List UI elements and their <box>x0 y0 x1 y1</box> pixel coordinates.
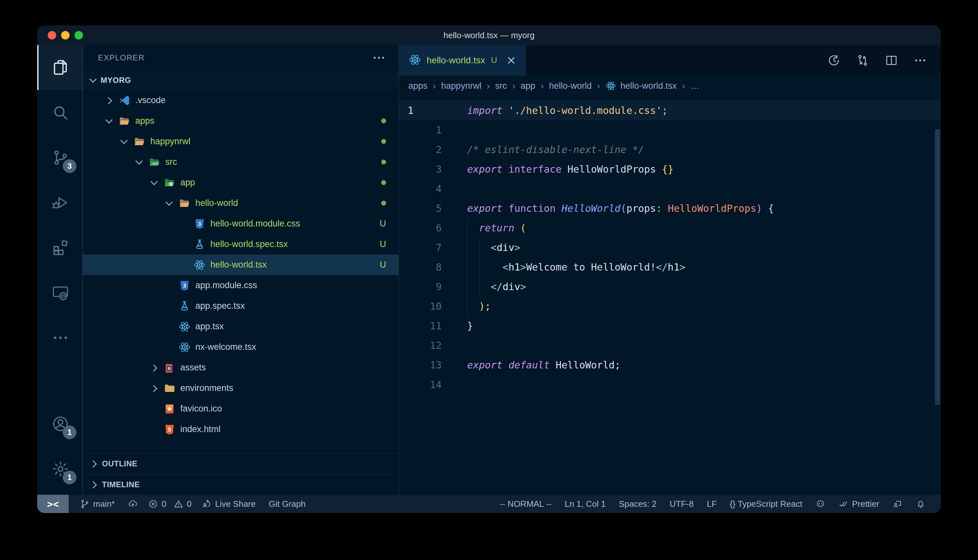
tree-item-app-spec-tsx[interactable]: app.spec.tsx <box>83 296 398 316</box>
close-window-button[interactable] <box>48 31 56 40</box>
code-line[interactable]: 6 return ( <box>399 218 941 238</box>
status-language-mode[interactable]: {} TypeScript React <box>723 495 809 513</box>
activity-explorer[interactable] <box>37 45 82 90</box>
activity-accounts[interactable]: 1 <box>37 402 82 447</box>
tree-item-hello-world-tsx[interactable]: hello-world.tsxU <box>83 255 398 275</box>
line-number[interactable]: 1 <box>399 124 441 136</box>
chevron-right-icon[interactable] <box>150 385 157 392</box>
minimize-window-button[interactable] <box>61 31 70 40</box>
tree-item-happynrwl[interactable]: happynrwl <box>83 131 398 152</box>
workspace-section-myorg[interactable]: MYORG <box>83 70 398 90</box>
tree-item-app[interactable]: app <box>83 172 398 193</box>
tree-item-app-module-css[interactable]: 3app.module.css <box>83 275 398 296</box>
status-copilot[interactable] <box>809 495 832 513</box>
editor-scrollbar[interactable] <box>935 129 940 405</box>
code-line[interactable]: 5export function HelloWorld(props: Hello… <box>399 198 941 218</box>
status-git-branch[interactable]: main* <box>73 495 121 513</box>
code-line[interactable]: 4 <box>399 179 941 198</box>
breadcrumb-item-happynrwl[interactable]: happynrwl <box>441 81 481 91</box>
line-number[interactable]: 3 <box>399 163 441 175</box>
line-number[interactable]: 9 <box>399 281 441 292</box>
tree-item-hello-world-module-css[interactable]: 3hello-world.module.cssU <box>83 213 398 234</box>
status-warnings[interactable]: 0 <box>170 495 195 513</box>
breadcrumb-item-hello-world[interactable]: hello-world <box>549 81 592 91</box>
activity-source-control[interactable]: 3 <box>37 135 82 180</box>
chevron-down-icon[interactable] <box>120 137 128 144</box>
code-line[interactable]: 1import './hello-world.module.css'; <box>399 100 941 120</box>
breadcrumb-item-hello-world-tsx[interactable]: hello-world.tsx <box>605 80 677 92</box>
code-line[interactable]: 14 <box>399 375 941 394</box>
line-number[interactable]: 7 <box>399 242 441 253</box>
status-notifications[interactable] <box>909 495 932 513</box>
line-number[interactable]: 4 <box>399 183 441 195</box>
code-line[interactable]: 13export default HelloWorld; <box>399 355 941 375</box>
chevron-down-icon[interactable] <box>150 178 158 185</box>
chevron-right-icon[interactable] <box>105 97 112 105</box>
tree-item-assets[interactable]: assets <box>83 357 398 378</box>
sidebar-more-actions-icon[interactable] <box>372 51 386 65</box>
tree-item-apps[interactable]: apps <box>83 111 398 131</box>
line-number[interactable]: 10 <box>399 300 441 312</box>
activity-extensions[interactable] <box>37 225 82 270</box>
code-line[interactable]: 9 </div> <box>399 277 941 296</box>
open-timeline-icon[interactable] <box>827 53 841 67</box>
close-tab-icon[interactable] <box>506 55 517 66</box>
status-git-graph[interactable]: Git Graph <box>262 495 312 513</box>
code-line[interactable]: 1 <box>399 120 941 140</box>
tree-item-app-tsx[interactable]: app.tsx <box>83 316 398 337</box>
line-number[interactable]: 2 <box>399 144 441 155</box>
code-line[interactable]: 8 <h1>Welcome to HelloWorld!</h1> <box>399 257 941 277</box>
panel-outline[interactable]: OUTLINE <box>83 453 398 474</box>
tree-item-hello-world[interactable]: hello-world <box>83 193 398 213</box>
line-number[interactable]: 1 <box>399 105 441 116</box>
breadcrumb-item-app[interactable]: app <box>521 81 535 91</box>
line-number[interactable]: 13 <box>399 359 441 371</box>
tree-item--vscode[interactable]: .vscode <box>83 90 398 111</box>
status-feedback[interactable] <box>886 495 909 513</box>
tree-item-index-html[interactable]: 5index.html <box>83 419 398 440</box>
split-editor-icon[interactable] <box>884 53 898 67</box>
tree-item-src[interactable]: </>src <box>83 152 398 172</box>
code-line[interactable]: 2/* eslint-disable-next-line */ <box>399 140 941 159</box>
code-line[interactable]: 7 <div> <box>399 238 941 257</box>
status-sync[interactable] <box>121 495 144 513</box>
tree-item-favicon-ico[interactable]: favicon.ico <box>83 398 398 419</box>
tab-hello-world-tsx[interactable]: hello-world.tsx U <box>399 45 526 75</box>
code-line[interactable]: 12 <box>399 335 941 355</box>
status-errors[interactable]: 0 <box>144 495 169 513</box>
activity-remote-explorer[interactable] <box>37 270 82 315</box>
panel-timeline[interactable]: TIMELINE <box>83 474 398 495</box>
status-live-share[interactable]: Live Share <box>195 495 262 513</box>
line-number[interactable]: 11 <box>399 320 441 332</box>
status-prettier[interactable]: Prettier <box>832 495 886 513</box>
tree-item-environments[interactable]: environments <box>83 378 398 398</box>
chevron-right-icon[interactable] <box>150 364 157 372</box>
status-cursor-position[interactable]: Ln 1, Col 1 <box>558 495 612 513</box>
activity-more-views[interactable] <box>37 315 82 360</box>
status-eol[interactable]: LF <box>700 495 723 513</box>
activity-run-debug[interactable] <box>37 180 82 225</box>
breadcrumb-item-src[interactable]: src <box>495 81 507 91</box>
breadcrumb-item--[interactable]: … <box>690 81 699 91</box>
activity-settings[interactable]: 1 <box>37 447 82 492</box>
status-indentation[interactable]: Spaces: 2 <box>612 495 663 513</box>
line-number[interactable]: 5 <box>399 203 441 214</box>
code-line[interactable]: 3export interface HelloWorldProps {} <box>399 159 941 179</box>
code-editor[interactable]: 1import './hello-world.module.css';12/* … <box>399 96 941 495</box>
open-changes-icon[interactable] <box>856 53 869 67</box>
remote-indicator[interactable]: >< <box>37 495 69 513</box>
chevron-down-icon[interactable] <box>105 116 113 124</box>
code-line[interactable]: 10 ); <box>399 296 941 316</box>
tree-item-hello-world-spec-tsx[interactable]: hello-world.spec.tsxU <box>83 234 398 255</box>
tree-item-nx-welcome-tsx[interactable]: nx-welcome.tsx <box>83 337 398 357</box>
line-number[interactable]: 14 <box>399 379 441 390</box>
line-number[interactable]: 12 <box>399 340 441 351</box>
zoom-window-button[interactable] <box>75 31 83 40</box>
chevron-down-icon[interactable] <box>165 198 173 206</box>
status-encoding[interactable]: UTF-8 <box>663 495 700 513</box>
line-number[interactable]: 6 <box>399 222 441 234</box>
breadcrumb-item-apps[interactable]: apps <box>408 81 428 91</box>
more-actions-icon[interactable] <box>913 53 927 67</box>
activity-search[interactable] <box>37 90 82 135</box>
code-line[interactable]: 11} <box>399 316 941 335</box>
